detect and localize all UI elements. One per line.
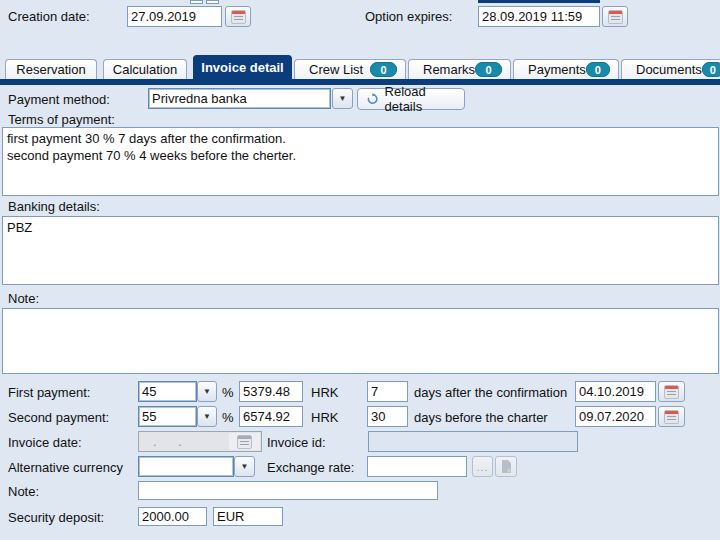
invoice-detail-window: Creation date: Option expires: Reservati… [0, 0, 720, 540]
reload-details-button[interactable]: Reload details [357, 88, 465, 110]
option-expires-label: Option expires: [365, 9, 452, 24]
tab-count-badge: 0 [370, 62, 397, 77]
alternative-currency-label: Alternative currency [8, 460, 123, 475]
payment-method-dropdown-button[interactable]: ▼ [332, 88, 353, 109]
invoice-date-value: . . [139, 434, 191, 449]
calendar-icon [664, 410, 679, 424]
exchange-rate-label: Exchange rate: [267, 460, 354, 475]
tab-remarks[interactable]: Remarks 0 [408, 59, 511, 79]
second-payment-days-input[interactable] [367, 406, 408, 427]
calendar-icon [664, 385, 679, 399]
exchange-rate-more-button[interactable]: ... [472, 456, 493, 477]
first-payment-days-text: days after the confirmation [414, 385, 567, 400]
clipped-element-remnant [206, 0, 219, 4]
option-expires-calendar-button[interactable] [602, 6, 628, 27]
first-payment-amount-input[interactable] [239, 381, 303, 402]
note-textarea[interactable] [2, 308, 719, 374]
invoice-id-label: Invoice id: [267, 435, 326, 450]
exchange-rate-input[interactable] [367, 456, 467, 477]
first-payment-percent-select[interactable] [138, 381, 197, 402]
creation-date-label: Creation date: [8, 9, 90, 24]
tab-label: Invoice detail [201, 60, 283, 75]
tab-reservation[interactable]: Reservation [5, 59, 97, 79]
first-payment-currency-label: HRK [311, 385, 338, 400]
tab-invoice-detail[interactable]: Invoice detail [193, 55, 292, 79]
tab-label: Remarks [423, 62, 475, 77]
tab-label: Payments [528, 62, 586, 77]
alternative-currency-select[interactable] [138, 456, 234, 477]
chevron-down-icon: ▼ [241, 463, 249, 471]
tab-documents[interactable]: Documents 0 [621, 59, 720, 79]
tab-count-badge: 0 [475, 62, 502, 77]
creation-date-calendar-button[interactable] [225, 6, 251, 27]
exchange-rate-copy-button[interactable] [495, 456, 517, 477]
chevron-down-icon: ▼ [203, 388, 211, 396]
terms-of-payment-textarea[interactable]: first payment 30 % 7 days after the conf… [2, 127, 719, 196]
security-deposit-currency-input[interactable] [213, 507, 283, 526]
terms-of-payment-label: Terms of payment: [8, 112, 115, 127]
tab-count-badge: 0 [586, 62, 610, 77]
security-deposit-label: Security deposit: [8, 510, 104, 525]
tab-strip-underline [0, 79, 720, 85]
note-input[interactable] [138, 481, 438, 500]
chevron-down-icon: ▼ [339, 95, 347, 103]
second-payment-label: Second payment: [8, 410, 109, 425]
second-payment-date-input[interactable] [575, 406, 656, 427]
banking-details-label: Banking details: [8, 199, 100, 214]
tab-label: Documents [636, 62, 702, 77]
percent-sign: % [222, 410, 234, 425]
first-payment-days-input[interactable] [367, 381, 408, 402]
percent-sign: % [222, 385, 234, 400]
second-payment-percent-dropdown-button[interactable]: ▼ [197, 406, 217, 427]
clipped-element-remnant [190, 0, 203, 4]
first-payment-date-input[interactable] [575, 381, 656, 402]
note-area-label: Note: [8, 291, 39, 306]
creation-date-input[interactable] [127, 6, 222, 27]
tab-label: Calculation [113, 62, 177, 77]
tab-crew-list[interactable]: Crew List 0 [294, 59, 406, 79]
refresh-icon [367, 93, 379, 105]
chevron-down-icon: ▼ [203, 413, 211, 421]
tab-payments[interactable]: Payments 0 [513, 59, 619, 79]
calendar-icon [231, 10, 246, 24]
security-deposit-amount-input[interactable] [138, 507, 207, 526]
calendar-icon [237, 435, 252, 449]
invoice-date-calendar-button-disabled [229, 433, 260, 450]
first-payment-label: First payment: [8, 385, 90, 400]
calendar-icon [608, 10, 623, 24]
first-payment-calendar-button[interactable] [658, 381, 685, 402]
tab-label: Crew List [309, 62, 363, 77]
second-payment-currency-label: HRK [311, 410, 338, 425]
invoice-date-field-disabled: . . [138, 431, 262, 452]
option-expires-input[interactable] [478, 6, 600, 27]
payment-method-select[interactable] [148, 88, 331, 109]
invoice-id-field-disabled [368, 431, 578, 452]
first-payment-percent-dropdown-button[interactable]: ▼ [197, 381, 217, 402]
invoice-date-label: Invoice date: [8, 435, 82, 450]
second-payment-calendar-button[interactable] [658, 406, 685, 427]
note-field-label: Note: [8, 484, 39, 499]
second-payment-percent-select[interactable] [138, 406, 197, 427]
reload-details-label: Reload details [385, 84, 464, 114]
second-payment-amount-input[interactable] [239, 406, 303, 427]
banking-details-textarea[interactable]: PBZ [2, 216, 719, 285]
payment-method-label: Payment method: [8, 92, 110, 107]
tab-calculation[interactable]: Calculation [103, 59, 187, 79]
document-icon [501, 460, 512, 473]
clipped-element-remnant [478, 0, 600, 3]
second-payment-days-text: days before the charter [414, 410, 548, 425]
tab-label: Reservation [16, 62, 85, 77]
alternative-currency-dropdown-button[interactable]: ▼ [234, 456, 255, 477]
tab-count-badge: 0 [702, 62, 720, 77]
